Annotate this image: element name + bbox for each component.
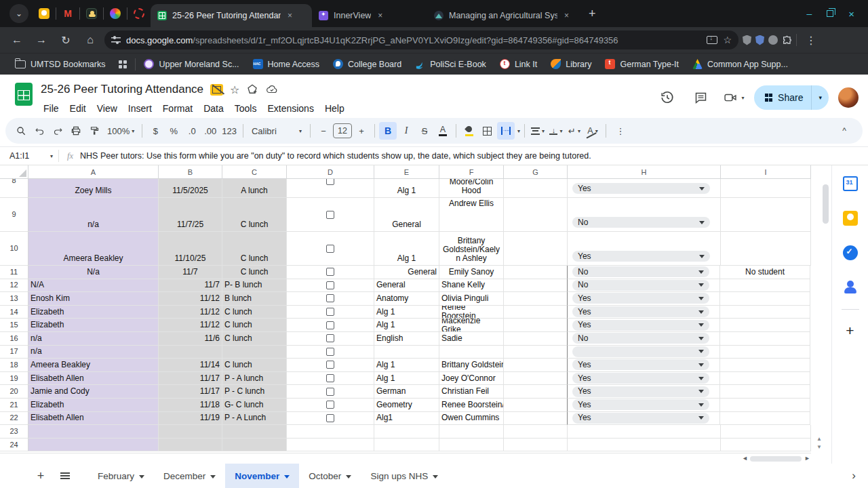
cell-d19[interactable] [287,372,374,386]
select-all-corner[interactable] [0,165,28,178]
cell-e10[interactable]: Alg 1 [374,232,439,266]
cell-a16[interactable]: n/a [28,332,159,346]
cell-b21[interactable]: 11/18 [159,399,222,412]
cell-h20[interactable]: Yes [567,385,720,399]
bookmark-star-icon[interactable]: ☆ [723,35,732,45]
get-addons-icon[interactable]: + [846,324,854,338]
bookmark-common-app[interactable]: Common App Supp... [687,59,793,69]
cell-a18[interactable]: Ameera Beakley [28,359,159,372]
menu-tools[interactable]: Tools [229,101,262,116]
status-dropdown[interactable]: No [572,280,709,291]
extensions-puzzle-icon[interactable] [782,35,792,45]
cell-c13[interactable]: B lunch [222,292,287,306]
cell-i9[interactable] [721,198,811,232]
cell-c16[interactable]: C lunch [222,332,287,346]
column-header-a[interactable]: A [28,165,159,178]
cell-e11[interactable]: General [374,266,439,279]
column-header-h[interactable]: H [568,165,721,178]
sheet-tab-menu-icon[interactable] [346,475,351,479]
status-dropdown[interactable]: Yes [572,306,709,317]
cell-i15[interactable] [720,319,810,332]
sheet-tab-december[interactable]: December [154,464,225,488]
cell-d20[interactable] [287,385,374,399]
cell-g17[interactable] [504,346,568,359]
status-dropdown[interactable]: Yes [572,359,709,370]
row-header-16[interactable]: 16 [0,332,28,346]
row-header-8[interactable]: 8 [0,179,28,198]
bookmark-folder-umtsd[interactable]: UMTSD Bookmarks [9,60,111,69]
cell-f17[interactable] [439,346,504,359]
cell-b24[interactable] [159,439,222,452]
checkbox[interactable] [326,179,334,185]
cell-c21[interactable]: G- C lunch [222,399,287,412]
cell-f16[interactable]: Sadie [439,332,504,346]
column-header-b[interactable]: B [159,165,222,178]
cell-h17[interactable] [567,346,720,359]
new-tab-button[interactable]: + [589,7,596,21]
cell-e15[interactable]: Alg 1 [374,319,439,332]
checkbox[interactable] [326,268,334,276]
cell-b19[interactable]: 11/17 [159,372,222,386]
bookmark-linkit[interactable]: Link It [494,59,542,69]
redo-icon[interactable] [49,122,66,140]
cell-g22[interactable] [504,412,568,426]
row-header-19[interactable]: 19 [0,372,28,386]
pinned-tab-gmail[interactable]: M [56,2,79,25]
cell-a21[interactable]: Elizabeth [28,399,159,412]
strikethrough-button[interactable]: S [416,122,433,140]
cell-a15[interactable]: Elizabeth [28,319,159,332]
cell-b23[interactable] [159,425,222,439]
cell-i21[interactable] [720,399,810,412]
cell-a23[interactable] [28,425,159,439]
close-tab-icon[interactable]: × [376,11,384,20]
cell-d17[interactable] [287,346,374,359]
tab-innerview[interactable]: InnerView × [312,4,427,27]
tab-peer-tutoring[interactable]: 25-26 Peer Tutoring Attendanc × [151,4,312,27]
column-header-e[interactable]: E [374,165,439,178]
row-header-22[interactable]: 22 [0,412,28,426]
row-header-21[interactable]: 21 [0,399,28,412]
column-header-i[interactable]: I [721,165,811,178]
status-dropdown[interactable]: Yes [572,373,709,384]
cell-i17[interactable] [720,346,810,359]
column-header-d[interactable]: D [287,165,374,178]
cell-g23[interactable] [504,425,568,439]
print-icon[interactable] [67,122,85,140]
cell-e13[interactable]: Anatomy [374,292,439,306]
collapse-toolbar-icon[interactable]: ^ [842,126,856,136]
cell-e18[interactable]: Alg 1 [374,359,439,372]
cell-e8[interactable]: Alg 1 [374,179,439,198]
calendar-icon[interactable] [843,176,858,191]
font-size-input[interactable]: 12 [333,123,352,138]
bookmark-polisci[interactable]: PoliSci E-Book [410,59,492,69]
format-currency-icon[interactable]: $ [146,122,164,140]
increase-font-size-button[interactable]: + [353,122,370,140]
cell-f12[interactable]: Shane Kelly [439,279,504,293]
merge-cells-button[interactable] [497,122,515,140]
cell-i8[interactable] [721,179,811,198]
address-input[interactable]: docs.google.com/spreadsheets/d/1r_mf2OLq… [104,30,738,49]
cell-a19[interactable]: Elisabeth Allen [28,372,159,386]
cell-c24[interactable] [222,439,287,452]
cell-f8[interactable]: Moore/Colin Hood [439,179,504,198]
column-header-c[interactable]: C [222,165,287,178]
text-rotate-button[interactable]: A▾ [584,122,601,140]
menu-insert[interactable]: Insert [123,101,157,116]
cell-h22[interactable]: Yes [567,412,720,426]
close-tab-icon[interactable]: × [286,11,294,20]
paint-format-icon[interactable] [85,122,103,140]
cell-f9[interactable]: Andrew Ellis [439,198,504,232]
cell-i11[interactable]: No student [720,266,810,279]
scroll-right-icon[interactable]: ► [804,455,810,462]
cell-b14[interactable]: 11/12 [159,306,222,319]
cell-b9[interactable]: 11/7/25 [159,198,222,232]
menu-help[interactable]: Help [319,101,350,116]
menu-view[interactable]: View [92,101,123,116]
cell-b16[interactable]: 11/6 [159,332,222,346]
cell-d8[interactable] [287,179,374,198]
status-dropdown[interactable]: Yes [572,413,709,424]
cell-h13[interactable]: Yes [567,292,720,306]
status-dropdown[interactable] [572,346,709,357]
version-history-icon[interactable] [655,85,679,110]
cell-g9[interactable] [504,198,568,232]
